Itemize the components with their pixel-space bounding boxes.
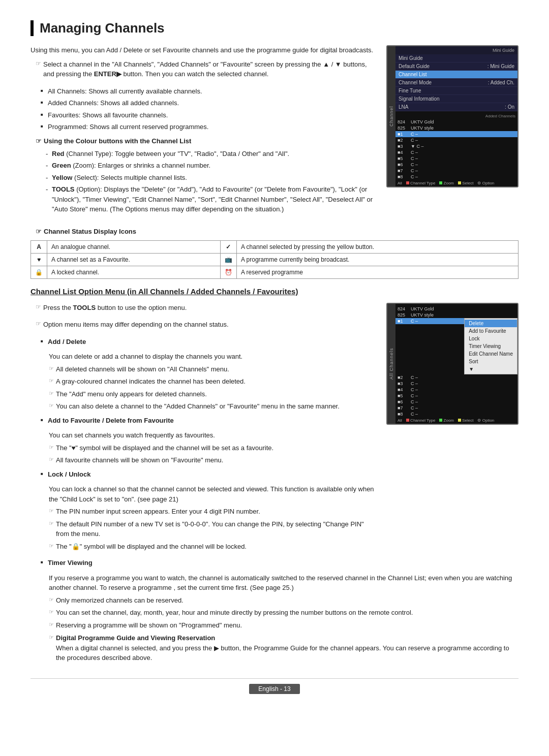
status-icon-tv: 📺 xyxy=(220,253,236,266)
tv2-ch-2: ■2C – xyxy=(395,374,517,381)
bullet-item: Favourites: Shows all favourite channels… xyxy=(41,110,376,120)
colour-item-yellow: Yellow (Select): Selects multiple channe… xyxy=(46,173,376,183)
status-heading: Channel Status Display Icons xyxy=(44,228,136,235)
section2-note2-text: Option menu items may differ depending o… xyxy=(43,320,229,330)
section2-heading: Channel List Option Menu (in All Channel… xyxy=(30,287,298,296)
add-delete-list: Add / Delete xyxy=(41,337,376,347)
colour-item-red: Red (Channel Type): Toggle between your … xyxy=(46,149,376,159)
fav-note2-text: All favourite channels will be shown on … xyxy=(56,455,223,465)
colour-list: Red (Channel Type): Toggle between your … xyxy=(46,149,376,214)
timer-list: Timer Viewing xyxy=(41,558,518,568)
add-note4-text: You can also delete a channel to the "Ad… xyxy=(56,401,340,412)
ctx-edit-name: Edit Channel Name xyxy=(465,350,517,358)
page-title-bar: Managing Channels xyxy=(30,20,518,36)
tv1-ch-1: ■1C – xyxy=(395,131,517,137)
status-icon-heart: ♥ xyxy=(31,253,47,266)
lock-note2: ☞ The default PIN number of a new TV set… xyxy=(49,519,376,539)
screen-box-2: All Channels 824UKTV Gold 825UKTV style … xyxy=(386,303,518,425)
bullet-item: Programmed: Shows all current reserved p… xyxy=(41,122,376,132)
section2-title: Channel List Option Menu (in All Channel… xyxy=(30,287,298,296)
tv2-bottom-bar: All Channel Type Zoom Select ⚙ Option xyxy=(395,417,517,424)
add-note3-sym: ☞ xyxy=(49,389,54,398)
tv1-menu: Mini Guide Default Guide: Mini Guide Cha… xyxy=(395,54,517,111)
dpg-note-text: Digital Programme Guide and Viewing Rese… xyxy=(56,633,518,663)
status-icon-lock: 🔒 xyxy=(31,266,47,278)
lock-list: Lock / Unlock xyxy=(41,469,376,480)
tv2-ch-8: ■8C – xyxy=(395,411,517,417)
status-heading-block: ☞ Channel Status Display Icons xyxy=(36,228,518,235)
colour-heading: Using the Colour buttons with the Channe… xyxy=(44,137,191,145)
fav-note1: ☞ The "♥" symbol will be displayed and t… xyxy=(49,443,376,453)
tv2-ch-3: ■3C – xyxy=(395,381,517,387)
lock-note1-sym: ☞ xyxy=(49,507,54,515)
section2-left: ☞ Press the TOOLS button to use the opti… xyxy=(30,303,376,554)
lock-item: Lock / Unlock xyxy=(41,469,376,480)
add-note2-text: A gray-coloured channel indicates the ch… xyxy=(56,376,246,387)
status-desc-clock: A reserved programme xyxy=(236,266,518,278)
tv1-channels-section: Added Channels 824UKTV Gold 825UKTV styl… xyxy=(395,111,517,180)
tv1-row-miniguide: Mini Guide xyxy=(395,54,517,62)
lock-note2-sym: ☞ xyxy=(49,519,54,528)
note1-block: ☞ Select a channel in the "All Channels"… xyxy=(36,59,376,83)
add-note1-sym: ☞ xyxy=(49,364,54,373)
colour-item-green: Green (Zoom): Enlarges or shrinks a chan… xyxy=(46,161,376,171)
status-desc-heart: A channel set as a Favourite. xyxy=(47,253,221,266)
tv2-channels-section: 824UKTV Gold 825UKTV style ■1C – Delete … xyxy=(395,304,517,417)
timer-note3-text: Reserving a programme will be shown on "… xyxy=(56,620,242,631)
section2-heading-wrap: Channel List Option Menu (in All Channel… xyxy=(30,287,518,296)
tv1-ch-8: ■8C – xyxy=(395,174,517,180)
section2-two-col: ☞ Press the TOOLS button to use the opti… xyxy=(30,303,518,554)
dpg-note-sym: ☞ xyxy=(49,633,54,642)
colour-heading-block: ☞ Using the Colour buttons with the Chan… xyxy=(36,137,376,145)
tv1-ch-7: ■7C – xyxy=(395,168,517,174)
page-title: Managing Channels xyxy=(40,20,518,36)
timer-note1-text: Only memorized channels can be reserved. xyxy=(56,595,184,606)
tv2-side-label: All Channels xyxy=(387,304,395,424)
section1-left: Using this menu, you can Add / Delete or… xyxy=(30,45,376,218)
timer-intro: If you reserve a programme you want to w… xyxy=(49,573,518,593)
status-desc-A: An analogue channel. xyxy=(47,240,221,253)
screen-box-1: Channel Mini Guide Mini Guide Default Gu… xyxy=(386,45,518,187)
bullet-list: All Channels: Shows all currently availa… xyxy=(41,86,376,132)
timer-note3-sym: ☞ xyxy=(49,620,54,629)
tv1-row-defaultguide: Default Guide: Mini Guide xyxy=(395,62,517,71)
ctx-sort: Sort xyxy=(465,358,517,365)
add-note4-sym: ☞ xyxy=(49,401,54,410)
fav-note1-text: The "♥" symbol will be displayed and the… xyxy=(56,443,273,453)
status-note-sym: ☞ xyxy=(36,228,42,235)
section2-note1-sym: ☞ xyxy=(36,303,41,310)
tv1-ch-5: ■5C – xyxy=(395,155,517,162)
favourite-intro: You can set channels you watch frequentl… xyxy=(49,430,376,440)
tv2-context-menu: Delete Add to Favourite Lock Timer Viewi… xyxy=(464,318,517,374)
page-footer: English - 13 xyxy=(30,678,518,694)
status-desc-tv: A programme currently being broadcast. xyxy=(236,253,518,266)
status-row-2: ♥ A channel set as a Favourite. 📺 A prog… xyxy=(31,253,518,266)
colour-note-sym: ☞ xyxy=(36,137,42,145)
tv-screen-2: All Channels 824UKTV Gold 825UKTV style … xyxy=(386,303,518,554)
ctx-add-fav: Add to Favourite xyxy=(465,327,517,335)
tv1-ch-825: 825UKTV style xyxy=(395,125,517,131)
add-note1: ☞ All deleted channels will be shown on … xyxy=(49,364,376,374)
tv1-side-label: Channel xyxy=(387,46,395,186)
lock-note1: ☞ The PIN number input screen appears. E… xyxy=(49,507,376,517)
status-desc-check: A channel selected by pressing the yello… xyxy=(236,240,518,253)
tv2-ch-1: ■1C – xyxy=(395,318,464,324)
tv1-ch-824: 824UKTV Gold xyxy=(395,119,517,125)
fav-note1-sym: ☞ xyxy=(49,443,54,452)
tv1-row-signal: Signal Information xyxy=(395,95,517,103)
tv1-row-channellist: Channel List xyxy=(395,71,517,79)
tv1-ch-4: ■4C – xyxy=(395,149,517,155)
timer-note2-text: You can set the channel, day, month, yea… xyxy=(56,608,413,618)
timer-note2-sym: ☞ xyxy=(49,608,54,616)
tv1-row-channelmode: Channel Mode: Added Ch. xyxy=(395,79,517,87)
status-icon-clock: ⏰ xyxy=(220,266,236,278)
footer-badge: English - 13 xyxy=(249,684,299,694)
tv2-ch-7: ■7C – xyxy=(395,405,517,411)
tv1-bottom-bar: All Channel Type Zoom Select ⚙ Option xyxy=(395,180,517,186)
lock-note1-text: The PIN number input screen appears. Ent… xyxy=(56,507,260,517)
favourite-list: Add to Favourite / Delete from Favourite xyxy=(41,416,376,426)
tv2-ch-6: ■6C – xyxy=(395,399,517,405)
lock-note3-sym: ☞ xyxy=(49,542,54,550)
lock-note3-text: The "🔒" symbol will be displayed and the… xyxy=(56,542,247,552)
timer-note3: ☞ Reserving a programme will be shown on… xyxy=(49,620,518,631)
